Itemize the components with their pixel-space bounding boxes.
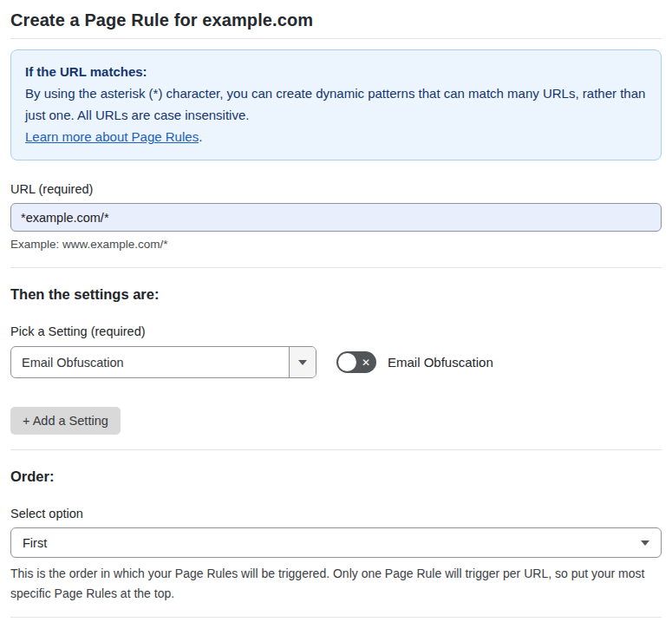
caret-down-icon: [298, 360, 307, 365]
url-matches-info-box: If the URL matches: By using the asteris…: [10, 49, 662, 160]
order-select-value: First: [23, 536, 47, 550]
order-helper-text: This is the order in which your Page Rul…: [10, 564, 656, 604]
page-rule-form: Create a Page Rule for example.com If th…: [0, 0, 672, 622]
add-setting-button[interactable]: + Add a Setting: [10, 407, 121, 435]
email-obfuscation-toggle[interactable]: ✕: [336, 351, 376, 373]
toggle-knob: [338, 353, 356, 371]
toggle-label: Email Obfuscation: [388, 355, 493, 370]
order-select[interactable]: First: [10, 527, 662, 558]
setting-row: Email Obfuscation ✕ Email Obfuscation: [10, 346, 662, 378]
divider: [10, 267, 662, 268]
url-field-label: URL (required): [10, 182, 662, 196]
settings-section-heading: Then the settings are:: [10, 286, 662, 303]
url-input[interactable]: [10, 203, 662, 232]
link-suffix: .: [199, 129, 202, 144]
info-box-link-line: Learn more about Page Rules.: [25, 126, 647, 147]
info-box-heading: If the URL matches:: [25, 61, 647, 82]
order-section-heading: Order:: [10, 468, 662, 485]
setting-select[interactable]: Email Obfuscation: [10, 346, 316, 378]
x-icon: ✕: [362, 351, 370, 373]
learn-more-link[interactable]: Learn more about Page Rules: [25, 129, 199, 144]
order-select-label: Select option: [10, 507, 662, 521]
divider: [10, 449, 662, 450]
info-box-body: By using the asterisk (*) character, you…: [25, 82, 647, 126]
page-title: Create a Page Rule for example.com: [10, 10, 662, 30]
divider: [10, 617, 662, 618]
pick-setting-label: Pick a Setting (required): [10, 324, 662, 338]
setting-select-value: Email Obfuscation: [11, 347, 289, 377]
caret-down-icon: [641, 540, 649, 546]
url-example-helper: Example: www.example.com/*: [10, 238, 662, 251]
divider: [10, 38, 662, 39]
setting-select-arrow-button[interactable]: [289, 347, 316, 377]
